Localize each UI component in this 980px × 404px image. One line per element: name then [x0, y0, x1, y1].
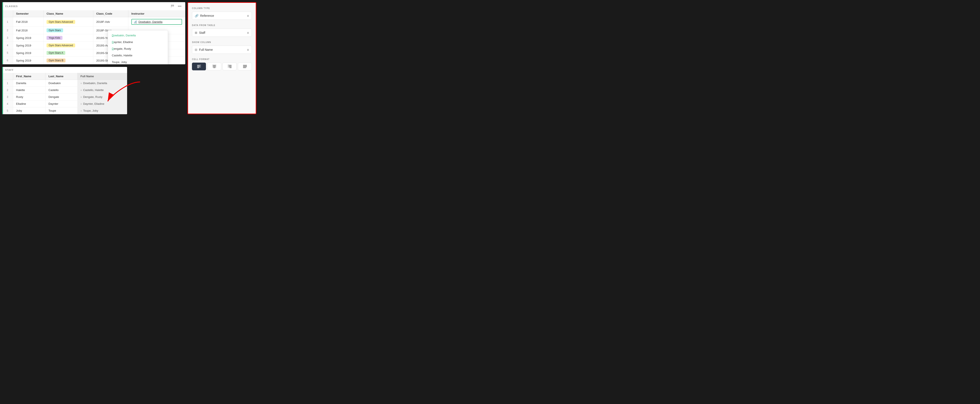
- staff-row: 5JobyToupe≡Toupe, Joby: [2, 107, 127, 114]
- show-column-value: Full Name: [199, 48, 213, 51]
- class-name-cell: Gym Stars A: [43, 49, 93, 57]
- format-align-center[interactable]: [207, 63, 221, 70]
- full-name-cell: ≡Toupe, Joby: [77, 107, 127, 114]
- show-column-select-left: ⊟ Full Name: [195, 48, 213, 51]
- staff-header-row: First_Name Last_Name Full Name: [2, 73, 127, 80]
- col-row-num: [2, 10, 13, 17]
- svg-rect-13: [243, 65, 247, 65]
- dropdown-item-2[interactable]: Daynter, Elladine: [108, 39, 168, 45]
- column-icon: ⊟: [195, 48, 197, 51]
- staff-row-num: 5: [2, 107, 13, 114]
- col-class-name: Class_Name: [43, 10, 93, 17]
- row-num: 5: [2, 49, 13, 57]
- staff-area: STAFF First_Name Last_Name Full Name 1Da…: [2, 67, 185, 114]
- column-type-chevron: ∨: [247, 14, 249, 17]
- classes-actions: ⛿ •••: [170, 4, 182, 9]
- dropdown-item-4[interactable]: Castello, Halette: [108, 52, 168, 59]
- svg-rect-5: [212, 65, 216, 65]
- column-type-select[interactable]: 🔗 Reference ∨: [192, 12, 252, 20]
- semester-cell: Spring 2019: [13, 49, 43, 57]
- dropdown-item-5[interactable]: Toupe, Joby: [108, 59, 168, 64]
- svg-rect-11: [228, 67, 232, 67]
- staff-row-num: 1: [2, 80, 13, 87]
- first-name-cell: Rusty: [13, 93, 45, 100]
- staff-row: 3RustyDengate≡Dengate, Rusty: [2, 93, 127, 100]
- cell-format-section: CELL FORMAT: [192, 58, 252, 70]
- format-buttons: [192, 63, 252, 70]
- row-num: 3: [2, 34, 13, 42]
- row-num: 2: [2, 27, 13, 34]
- right-panel: COLUMN TYPE 🔗 Reference ∨ DATA FROM TABL…: [188, 2, 256, 114]
- classes-table: CLASSES ⛿ ••• Semester Class_Name Class_…: [2, 2, 185, 64]
- semester-cell: Fall 2018: [13, 27, 43, 34]
- data-from-table-select-left: ⊞ Staff: [195, 31, 205, 35]
- data-from-table-label: DATA FROM TABLE: [192, 24, 252, 27]
- svg-rect-1: [197, 65, 201, 65]
- dropdown-item-3[interactable]: Dengate, Rusty: [108, 45, 168, 52]
- instructor-cell[interactable]: 🔗Dowbakin, Daniella: [128, 17, 185, 27]
- staff-table: STAFF First_Name Last_Name Full Name 1Da…: [2, 67, 127, 114]
- link-icon: 🔗: [195, 14, 199, 17]
- dark-area: [127, 67, 185, 114]
- semester-cell: Spring 2019: [13, 57, 43, 64]
- show-column-chevron: ∨: [247, 48, 249, 51]
- column-type-select-left: 🔗 Reference: [195, 14, 214, 17]
- dropdown-item-1[interactable]: Dowbakin, Daniella: [108, 32, 168, 39]
- staff-row: 1DaniellaDowbakin≡Dowbakin, Daniella: [2, 80, 127, 87]
- data-from-table-select[interactable]: ⊞ Staff ∨: [192, 29, 252, 37]
- staff-header-bar: STAFF: [2, 67, 127, 73]
- staff-title: STAFF: [5, 69, 14, 71]
- last-name-cell: Castello: [45, 87, 77, 93]
- format-align-right[interactable]: [223, 63, 237, 70]
- semester-cell: Fall 2018: [13, 17, 43, 27]
- table-icon: ⊞: [195, 31, 197, 35]
- class-name-cell: Gym Stars B: [43, 57, 93, 64]
- last-name-cell: Dengate: [45, 93, 77, 100]
- column-type-value: Reference: [200, 14, 214, 17]
- first-name-cell: Daniella: [13, 80, 45, 87]
- svg-rect-14: [243, 66, 247, 66]
- staff-col-num: [2, 73, 13, 80]
- semester-cell: Spring 2019: [13, 42, 43, 49]
- col-instructor: Instructor: [128, 10, 185, 17]
- class-name-cell: Gym Stars: [43, 27, 93, 34]
- data-from-table-chevron: ∨: [247, 31, 249, 35]
- svg-rect-15: [243, 67, 247, 67]
- classes-header-row: Semester Class_Name Class_Code Instructo…: [2, 10, 185, 17]
- staff-row: 2HaletteCastello≡Castello, Halette: [2, 87, 127, 93]
- first-name-cell: Halette: [13, 87, 45, 93]
- classes-left-bar: [2, 2, 3, 64]
- show-column-select[interactable]: ⊟ Full Name ∨: [192, 46, 252, 54]
- format-align-left[interactable]: [192, 63, 206, 70]
- svg-rect-2: [197, 66, 200, 66]
- col-semester: Semester: [13, 10, 43, 17]
- staff-col-last: Last_Name: [45, 73, 77, 80]
- class-code-cell: 2018F-Adv: [93, 17, 128, 27]
- class-name-cell: Yoga Kids: [43, 34, 93, 42]
- svg-rect-10: [229, 66, 232, 66]
- format-align-justify[interactable]: [238, 63, 252, 70]
- classes-header-bar: CLASSES ⛿ •••: [2, 2, 185, 10]
- col-class-code: Class_Code: [93, 10, 128, 17]
- svg-rect-9: [228, 65, 232, 65]
- svg-rect-7: [212, 67, 216, 67]
- instructor-dropdown: Dowbakin, Daniella Daynter, Elladine Den…: [108, 30, 168, 64]
- svg-rect-4: [197, 68, 199, 68]
- svg-rect-6: [213, 66, 216, 66]
- svg-rect-3: [197, 67, 201, 67]
- staff-row-num: 2: [2, 87, 13, 93]
- filter-button[interactable]: ⛿: [170, 4, 175, 9]
- column-type-label: COLUMN TYPE: [192, 7, 252, 10]
- last-name-cell: Toupe: [45, 107, 77, 114]
- staff-col-fullname: Full Name: [77, 73, 127, 80]
- class-name-cell: Gym Stars Advanced: [43, 42, 93, 49]
- last-name-cell: Dowbakin: [45, 80, 77, 87]
- classes-title: CLASSES: [5, 5, 18, 8]
- more-button[interactable]: •••: [177, 4, 182, 9]
- full-name-cell: ≡Dowbakin, Daniella: [77, 80, 127, 87]
- staff-row: 4ElladineDaynter≡Daynter, Elladine: [2, 100, 127, 107]
- semester-cell: Spring 2019: [13, 34, 43, 42]
- first-name-cell: Joby: [13, 107, 45, 114]
- staff-data-table: First_Name Last_Name Full Name 1Daniella…: [2, 73, 127, 114]
- class-name-cell: Gym Stars Advanced: [43, 17, 93, 27]
